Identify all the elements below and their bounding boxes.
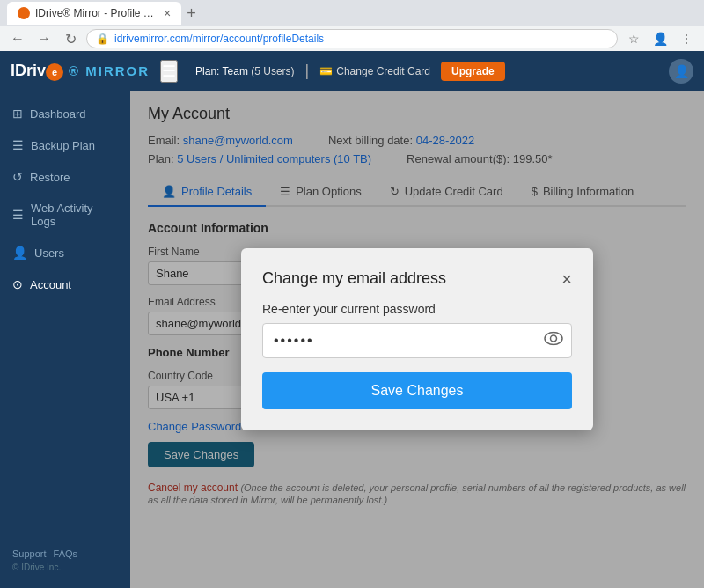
sidebar-label-restore: Restore — [30, 171, 70, 184]
modal-dialog: Change my email address × Re-enter your … — [241, 248, 593, 430]
browser-toolbar: ← → ↻ 🔒 idrivemirror.com/mirror/account/… — [0, 26, 704, 51]
nav-divider: | — [305, 62, 310, 80]
modal-title: Change my email address — [262, 269, 446, 288]
url-text: idrivemirror.com/mirror/account/profileD… — [114, 33, 608, 45]
active-tab[interactable]: IDrive® Mirror - Profile Details × — [7, 2, 181, 25]
sidebar-item-web-activity-logs[interactable]: ☰ Web Activity Logs — [0, 193, 130, 237]
sidebar-label-dashboard: Dashboard — [30, 107, 86, 121]
app: IDrive ® MIRROR ☰ Plan: Team (5 Users) |… — [0, 51, 704, 588]
modal-password-input[interactable] — [262, 323, 572, 358]
credit-card-icon: 💳 — [319, 65, 333, 77]
logo-mirror: ® MIRROR — [69, 63, 150, 78]
faqs-link[interactable]: FAQs — [54, 548, 78, 559]
modal-password-label: Re-enter your current password — [262, 302, 572, 316]
sidebar-label-account: Account — [30, 278, 71, 291]
tab-title: IDrive® Mirror - Profile Details — [35, 7, 158, 19]
nav-plan: Plan: Team (5 Users) — [195, 65, 295, 77]
logo-idrive: IDrive — [11, 62, 63, 81]
sidebar-item-backup-plan[interactable]: ☰ Backup Plan — [0, 129, 130, 161]
account-icon: ⊙ — [12, 277, 23, 291]
logo-circle: e — [46, 63, 63, 81]
modal-input-wrap — [262, 323, 572, 358]
restore-icon: ↺ — [12, 170, 23, 184]
sidebar: ⊞ Dashboard ☰ Backup Plan ↺ Restore ☰ We… — [0, 91, 130, 588]
lock-icon: 🔒 — [96, 33, 109, 45]
main-area: ⊞ Dashboard ☰ Backup Plan ↺ Restore ☰ We… — [0, 91, 704, 588]
sidebar-label-users: Users — [34, 246, 64, 260]
sidebar-label-web-activity-logs: Web Activity Logs — [31, 202, 118, 228]
sidebar-item-users[interactable]: 👤 Users — [0, 237, 130, 268]
upgrade-button[interactable]: Upgrade — [441, 62, 505, 81]
address-bar[interactable]: 🔒 idrivemirror.com/mirror/account/profil… — [86, 29, 618, 48]
sidebar-footer-links: Support FAQs — [12, 548, 118, 559]
menu-icon[interactable]: ⋮ — [676, 28, 697, 49]
modal-save-button[interactable]: Save Changes — [262, 372, 572, 409]
toolbar-icons: ☆ 👤 ⋮ — [623, 28, 697, 49]
profile-icon[interactable]: 👤 — [649, 28, 671, 49]
modal-close-button[interactable]: × — [561, 270, 572, 288]
copyright: © IDrive Inc. — [12, 562, 118, 572]
users-icon: 👤 — [12, 246, 27, 260]
back-button[interactable]: ← — [7, 28, 28, 49]
tab-bar: IDrive® Mirror - Profile Details × + — [0, 0, 704, 26]
content-area: My Account Email: shane@myworld.com Next… — [130, 91, 704, 588]
svg-point-1 — [551, 335, 557, 342]
sidebar-item-restore[interactable]: ↺ Restore — [0, 161, 130, 193]
web-activity-icon: ☰ — [12, 208, 24, 222]
browser-chrome: IDrive® Mirror - Profile Details × + ← →… — [0, 0, 704, 51]
logo: IDrive ® MIRROR — [11, 62, 150, 81]
nav-credit-card: 💳 Change Credit Card — [319, 65, 430, 77]
svg-point-0 — [545, 333, 562, 345]
sidebar-label-backup-plan: Backup Plan — [31, 139, 95, 152]
forward-button[interactable]: → — [33, 28, 55, 49]
sidebar-spacer — [0, 300, 130, 540]
top-nav: IDrive ® MIRROR ☰ Plan: Team (5 Users) |… — [0, 51, 704, 91]
eye-icon[interactable] — [544, 332, 563, 350]
new-tab-button[interactable]: + — [187, 4, 196, 23]
sidebar-item-dashboard[interactable]: ⊞ Dashboard — [0, 98, 130, 129]
reload-button[interactable]: ↻ — [60, 28, 81, 49]
tab-close-icon[interactable]: × — [164, 6, 171, 20]
backup-plan-icon: ☰ — [12, 138, 24, 152]
star-icon[interactable]: ☆ — [623, 28, 644, 49]
sidebar-item-account[interactable]: ⊙ Account — [0, 268, 130, 300]
nav-user-icon[interactable]: 👤 — [669, 59, 693, 84]
tab-favicon — [18, 7, 30, 19]
dashboard-icon: ⊞ — [12, 107, 23, 121]
modal-overlay[interactable]: Change my email address × Re-enter your … — [130, 91, 704, 588]
hamburger-button[interactable]: ☰ — [160, 60, 178, 83]
sidebar-footer: Support FAQs © IDrive Inc. — [0, 540, 130, 581]
support-link[interactable]: Support — [12, 548, 47, 559]
modal-header: Change my email address × — [262, 269, 572, 288]
